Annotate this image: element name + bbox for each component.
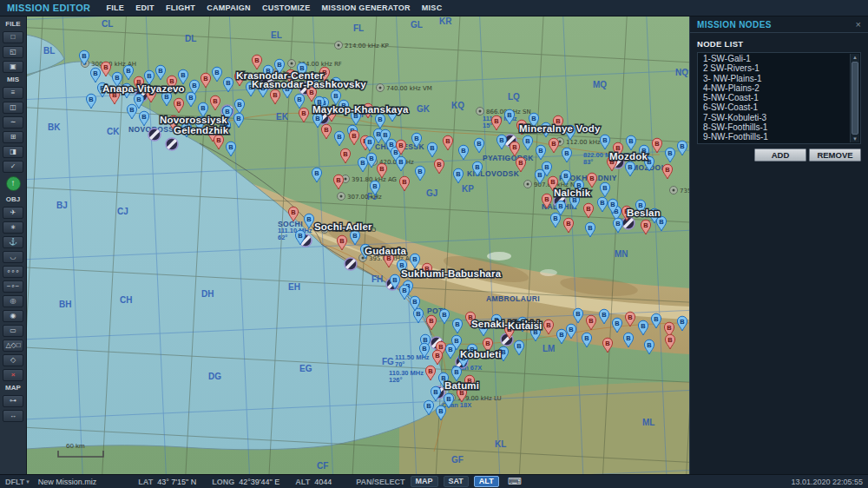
alt-view-button[interactable]: ALT	[474, 476, 499, 487]
svg-text:B: B	[647, 341, 652, 349]
sat-view-button[interactable]: SAT	[444, 476, 469, 487]
tool-trigger-zone-button[interactable]: ◎	[3, 295, 23, 307]
svg-text:B: B	[315, 115, 320, 122]
svg-text:B: B	[428, 367, 433, 375]
svg-text:B: B	[339, 237, 345, 245]
svg-text:B: B	[667, 149, 673, 157]
tool-delete-object-button[interactable]: ×	[3, 369, 23, 381]
node-list-item[interactable]: 6-SW-Coast-1	[699, 102, 851, 112]
svg-text:B: B	[477, 140, 482, 148]
tool-sounds-button[interactable]: ◨	[3, 146, 23, 158]
menu-item-campaign[interactable]: CAMPAIGN	[207, 3, 251, 12]
node-list-box: 1-SW-Gali-12 SW-Rivers-13- NW-Plains-14-…	[697, 52, 861, 144]
svg-text:B: B	[164, 93, 169, 101]
ndb-beacon-icon[interactable]: 735.00	[670, 187, 691, 195]
tool-save-mission-button[interactable]: ▣	[3, 61, 23, 73]
svg-text:B: B	[423, 336, 428, 344]
grid-cell-label: GJ	[426, 188, 437, 198]
grid-cell-label: KQ	[451, 101, 464, 110]
map-view-button[interactable]: MAP	[411, 476, 438, 487]
remove-button[interactable]: REMOVE	[809, 148, 861, 162]
profile-dropdown[interactable]: DFLT ▾	[5, 478, 30, 486]
close-icon[interactable]: ×	[856, 20, 861, 29]
tool-farp-button[interactable]: ▭	[3, 325, 23, 337]
svg-text:B: B	[445, 137, 450, 145]
scroll-up-icon[interactable]: ▲	[852, 54, 858, 61]
svg-text:B: B	[383, 131, 388, 139]
tool-helicopter-button[interactable]: ∗	[3, 221, 23, 234]
airfield-label: Sukhumi-Babushara	[401, 268, 502, 279]
svg-text:B: B	[575, 310, 581, 318]
tool-distance-tool-button[interactable]: ↔	[3, 410, 23, 422]
menu-item-customize[interactable]: CUSTOMIZE	[262, 3, 311, 12]
scroll-thumb[interactable]	[852, 62, 858, 135]
tool-ship-button[interactable]: ⚓	[3, 236, 23, 248]
node-list-item[interactable]: 2 SW-Rivers-1	[699, 63, 851, 73]
tool-bullseye-button[interactable]: ◉	[3, 310, 23, 322]
airport-icon[interactable]	[148, 129, 161, 141]
svg-text:B: B	[228, 143, 233, 151]
tool-warship-button[interactable]: ◡	[3, 251, 23, 263]
node-list-item[interactable]: 8-SW-Foothills-1	[699, 122, 851, 132]
tool-fly-mission-button[interactable]: ↑	[6, 176, 21, 191]
svg-text:B: B	[628, 137, 634, 145]
node-list-item[interactable]: 5-NW-Coast-1	[699, 93, 851, 102]
airfield-label: Gudauta	[365, 246, 406, 256]
add-button[interactable]: ADD	[754, 148, 806, 162]
tool-open-mission-button[interactable]: ◱	[3, 46, 23, 58]
tool-airplane-button[interactable]: ✈	[3, 207, 23, 219]
pan-select-mode[interactable]: PAN/SELECT	[356, 478, 404, 486]
svg-text:B: B	[525, 137, 530, 145]
svg-text:B: B	[433, 388, 438, 396]
node-list-item[interactable]: 1-SW-Gali-1	[699, 54, 851, 63]
svg-text:B: B	[628, 163, 633, 171]
airport-icon[interactable]	[166, 138, 178, 150]
tool-new-mission-button[interactable]: □	[3, 31, 23, 43]
node-list-item[interactable]: 9-NW-Foothills-1	[699, 132, 851, 142]
tool-goals-button[interactable]: ✓	[3, 161, 23, 173]
svg-text:B: B	[501, 348, 506, 356]
node-list-item[interactable]: 3- NW-Plains-1	[699, 74, 851, 83]
scroll-down-icon[interactable]: ▼	[852, 135, 858, 142]
svg-text:B: B	[352, 232, 358, 240]
tool-map-options-button[interactable]: ⊶	[3, 395, 23, 407]
tool-routes-button[interactable]: ∼	[3, 116, 23, 129]
tool-initial-point-button[interactable]: ◇	[3, 354, 23, 366]
svg-text:B: B	[456, 170, 461, 178]
tool-template-button[interactable]: △◇□	[3, 340, 23, 352]
node-list-item[interactable]: 7-SW-Kobuleti-3	[699, 113, 851, 122]
menu-item-edit[interactable]: EDIT	[135, 3, 155, 12]
menu-item-misc[interactable]: MISC	[422, 3, 443, 12]
menu-item-mission-generator[interactable]: MISSION GENERATOR	[321, 3, 410, 12]
sidebar-section-mis: MIS	[7, 74, 19, 85]
tool-options-button[interactable]: ⊞	[3, 131, 23, 143]
airport-icon[interactable]	[345, 258, 357, 270]
map-area[interactable]: BLCLDLELFLGLKRNQMQLQKQGKFKEKBKCKBJCJFJGJ…	[26, 16, 690, 475]
node-list-item[interactable]: 4-NW-Plains-2	[699, 83, 851, 93]
svg-text:B: B	[610, 201, 615, 208]
svg-text:B: B	[337, 133, 342, 141]
svg-text:B: B	[126, 67, 131, 75]
node-list-scrollbar[interactable]: ▲ ▼	[850, 54, 859, 142]
menu-item-file[interactable]: FILE	[106, 3, 124, 12]
svg-text:B: B	[667, 324, 672, 332]
grid-cell-label: BJ	[56, 201, 68, 210]
town-label: PYATIGORSK	[483, 154, 534, 162]
keyboard-icon[interactable]: ⌨	[508, 477, 522, 486]
menu-item-flight[interactable]: FLIGHT	[166, 3, 195, 12]
map-canvas[interactable]: BLCLDLELFLGLKRNQMQLQKQGKFKEKBKCKBJCJFJGJ…	[26, 16, 690, 475]
svg-text:B: B	[435, 352, 440, 359]
tool-static-object-button[interactable]: −∘−	[3, 280, 23, 293]
airport-icon[interactable]	[622, 217, 635, 229]
svg-text:B: B	[602, 184, 608, 192]
svg-text:B: B	[448, 346, 453, 353]
status-bar: DFLT ▾ New Mission.miz LAT 43° 7'15" N L…	[0, 474, 868, 488]
tool-briefing-button[interactable]: ≡	[3, 87, 23, 99]
svg-text:B: B	[600, 199, 605, 207]
menu-bar: MISSION EDITOR FILEEDITFLIGHTCAMPAIGNCUS…	[0, 0, 868, 16]
tool-vehicle-button[interactable]: ∘∘∘	[3, 266, 23, 278]
grid-cell-label: FG	[382, 357, 394, 366]
svg-text:B: B	[680, 142, 685, 150]
ndb-frequency-label: 307.00 kHz	[347, 194, 382, 201]
tool-weather-button[interactable]: ◫	[3, 102, 23, 114]
